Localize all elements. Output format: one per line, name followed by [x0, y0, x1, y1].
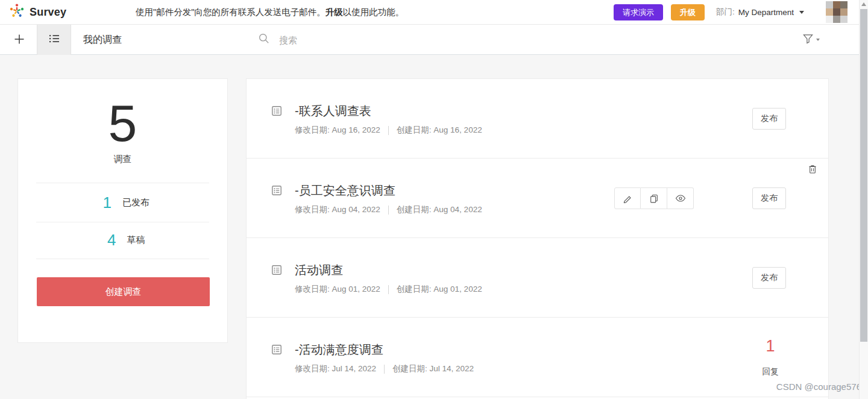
upgrade-button[interactable]: 升级	[671, 4, 705, 20]
created-date: 创建日期: Aug 16, 2022	[397, 125, 482, 136]
survey-doc-icon	[271, 344, 283, 358]
draft-count: 4	[101, 231, 116, 250]
modified-date: 修改日期: Aug 16, 2022	[295, 125, 380, 136]
survey-logo-icon	[8, 2, 25, 22]
created-date: 创建日期: Jul 14, 2022	[392, 363, 474, 374]
summary-card: 5 调查 1 已发布 4 草稿 创建调查	[17, 78, 228, 343]
modified-date: 修改日期: Aug 04, 2022	[295, 204, 380, 215]
app-window: Survey 使用"邮件分发"向您的所有联系人发送电子邮件。升级以使用此功能。 …	[0, 0, 868, 399]
total-surveys-count: 5	[18, 97, 227, 149]
modified-date: 修改日期: Jul 14, 2022	[295, 363, 376, 374]
department-value: My Department	[738, 8, 794, 17]
draft-stat[interactable]: 4 草稿	[18, 222, 227, 259]
app-name: Survey	[30, 6, 66, 19]
list-view-icon	[48, 32, 61, 48]
search-icon	[258, 33, 270, 47]
publish-button[interactable]: 发布	[752, 108, 786, 130]
survey-dates: 修改日期: Aug 01, 2022 创建日期: Aug 01, 2022	[295, 284, 482, 295]
app-logo[interactable]: Survey	[8, 0, 66, 24]
published-stat[interactable]: 1 已发布	[18, 183, 227, 222]
publish-button[interactable]: 发布	[752, 267, 786, 289]
published-label: 已发布	[122, 197, 149, 209]
divider	[388, 126, 389, 135]
survey-list: -联系人调查表 修改日期: Aug 16, 2022 创建日期: Aug 16,…	[246, 78, 829, 399]
survey-row: 活动调查 修改日期: Aug 01, 2022 创建日期: Aug 01, 20…	[247, 238, 828, 318]
copy-button[interactable]	[641, 187, 667, 209]
notice-text-after: 以使用此功能。	[343, 7, 404, 17]
preview-eye-button[interactable]	[667, 187, 694, 209]
request-demo-button[interactable]: 请求演示	[614, 4, 663, 20]
watermark: CSDN @courage576	[776, 382, 861, 392]
divider	[388, 285, 389, 294]
responses-stat[interactable]: 1 回复	[746, 336, 794, 377]
survey-doc-icon	[271, 105, 283, 119]
filter-control[interactable]	[802, 25, 820, 55]
survey-dates: 修改日期: Jul 14, 2022 创建日期: Jul 14, 2022	[295, 363, 474, 374]
total-surveys-label: 调查	[18, 154, 227, 165]
divider	[384, 365, 385, 374]
survey-title[interactable]: 活动调查	[295, 262, 343, 278]
create-survey-button[interactable]: 创建调查	[37, 277, 210, 306]
created-date: 创建日期: Aug 01, 2022	[397, 284, 482, 295]
divider	[36, 259, 209, 259]
notice-text: 使用"邮件分发"向您的所有联系人发送电子邮件。	[136, 7, 326, 17]
edit-button[interactable]	[614, 187, 641, 209]
survey-row: -员工安全意识调查 修改日期: Aug 04, 2022 创建日期: Aug 0…	[247, 159, 828, 238]
delete-button[interactable]	[807, 164, 819, 176]
chevron-down-icon	[816, 39, 820, 41]
survey-row: -联系人调查表 修改日期: Aug 16, 2022 创建日期: Aug 16,…	[247, 79, 828, 159]
survey-title[interactable]: -联系人调查表	[295, 103, 371, 119]
user-avatar[interactable]	[826, 1, 848, 23]
plus-icon	[13, 33, 25, 47]
scroll-up-arrow-icon[interactable]	[861, 2, 866, 6]
responses-label: 回复	[746, 366, 794, 377]
page-title: 我的调查	[83, 25, 122, 55]
vertical-scrollbar[interactable]	[859, 0, 868, 399]
search-input[interactable]	[279, 35, 460, 45]
survey-dates: 修改日期: Aug 04, 2022 创建日期: Aug 04, 2022	[295, 204, 482, 215]
row-action-group	[614, 187, 694, 209]
chevron-down-icon	[799, 11, 804, 14]
search-box	[258, 25, 460, 55]
create-new-button[interactable]	[7, 25, 31, 55]
list-toolbar: 我的调查	[0, 25, 868, 55]
list-view-tab[interactable]	[37, 25, 71, 55]
responses-count: 1	[746, 336, 794, 357]
notice-upgrade-link[interactable]: 升级	[326, 7, 343, 17]
scrollbar-thumb[interactable]	[860, 9, 867, 342]
divider	[388, 206, 389, 215]
department-selector[interactable]: 部门: My Department	[716, 0, 804, 24]
survey-row: -活动满意度调查 修改日期: Jul 14, 2022 创建日期: Jul 14…	[247, 318, 828, 397]
created-date: 创建日期: Aug 04, 2022	[397, 204, 482, 215]
top-header: Survey 使用"邮件分发"向您的所有联系人发送电子邮件。升级以使用此功能。 …	[0, 0, 868, 25]
survey-doc-icon	[271, 264, 283, 278]
survey-dates: 修改日期: Aug 16, 2022 创建日期: Aug 16, 2022	[295, 125, 482, 136]
modified-date: 修改日期: Aug 01, 2022	[295, 284, 380, 295]
draft-label: 草稿	[127, 234, 145, 246]
department-label: 部门:	[716, 7, 735, 17]
upgrade-notice: 使用"邮件分发"向您的所有联系人发送电子邮件。升级以使用此功能。	[136, 0, 404, 24]
filter-funnel-icon	[802, 33, 814, 47]
survey-doc-icon	[271, 184, 283, 199]
survey-title[interactable]: -活动满意度调查	[295, 342, 383, 358]
publish-button[interactable]: 发布	[752, 187, 786, 209]
survey-title[interactable]: -员工安全意识调查	[295, 183, 395, 199]
published-count: 1	[96, 193, 112, 212]
